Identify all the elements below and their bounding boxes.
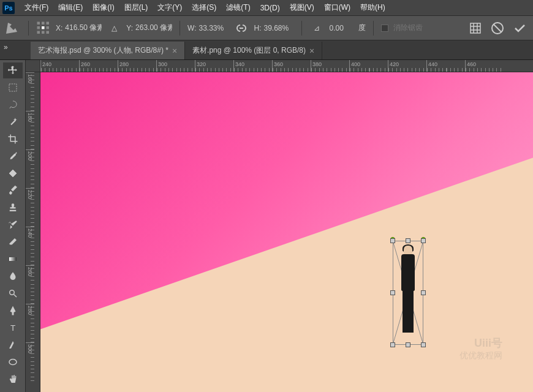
svg-rect-1 (42, 21, 45, 24)
antialias-checkbox[interactable] (381, 24, 388, 32)
menu-filter[interactable]: 滤镜(T) (221, 0, 255, 15)
w-field: W: (187, 24, 229, 32)
menu-select[interactable]: 选择(S) (187, 0, 221, 15)
close-icon[interactable]: × (309, 46, 314, 56)
angle-icon: ⊿ (309, 21, 324, 36)
menu-help[interactable]: 帮助(H) (355, 0, 390, 15)
shape-tool[interactable] (3, 354, 23, 370)
transform-selection[interactable] (393, 241, 423, 345)
ruler-tick: 280 (118, 60, 156, 72)
close-icon[interactable]: × (172, 46, 177, 56)
svg-text:T: T (10, 323, 15, 333)
h-input[interactable] (263, 24, 294, 32)
marquee-tool[interactable] (3, 80, 23, 96)
transform-handle-tr[interactable] (421, 238, 426, 243)
ruler-tick: 380 (311, 60, 349, 72)
watermark-main: Uiii号 (459, 336, 502, 350)
tab-document-2[interactable]: 素材.png @ 100% (图层 0, RGB/8) × (185, 42, 322, 59)
h-label: H: (254, 24, 261, 32)
transform-handle-bm[interactable] (406, 342, 410, 347)
ruler-tick: 360 (272, 60, 311, 72)
eraser-tool[interactable] (3, 234, 23, 250)
ruler-tick: 300 (26, 342, 34, 381)
blur-tool[interactable] (3, 268, 23, 284)
history-brush-tool[interactable] (3, 217, 23, 233)
svg-rect-6 (37, 31, 40, 34)
w-input[interactable] (198, 24, 229, 32)
type-tool[interactable]: T (3, 320, 23, 336)
expand-panels-icon[interactable]: » (4, 43, 8, 51)
y-field: Y: (126, 24, 172, 32)
artboard: Uiii号 优优教程网 (40, 72, 533, 392)
antialias-label: 消除锯齿 (393, 23, 423, 33)
canvas[interactable]: Uiii号 优优教程网 (40, 72, 533, 392)
transform-handle-ml[interactable] (390, 290, 395, 295)
transform-handle-mr[interactable] (421, 290, 426, 295)
dodge-tool[interactable] (3, 285, 23, 301)
warp-mode-button[interactable] (468, 21, 483, 36)
y-input[interactable] (135, 24, 172, 32)
commit-transform-button[interactable] (512, 21, 527, 36)
stamp-tool[interactable] (3, 200, 23, 216)
brush-tool[interactable] (3, 183, 23, 198)
x-input[interactable] (65, 24, 102, 32)
link-icon[interactable] (234, 21, 249, 36)
pen-tool[interactable] (3, 303, 23, 318)
svg-rect-10 (9, 84, 17, 91)
cancel-transform-button[interactable] (490, 21, 505, 36)
w-label: W: (187, 24, 196, 32)
svg-rect-3 (37, 26, 40, 29)
reference-point-icon[interactable] (36, 21, 51, 36)
menu-edit[interactable]: 编辑(E) (53, 0, 88, 15)
app-logo: Ps (2, 2, 15, 14)
tab-label: 素材.png @ 100% (图层 0, RGB/8) (192, 45, 306, 56)
path-tool[interactable] (3, 337, 23, 353)
horizontal-ruler[interactable]: 240 260 280 300 320 340 360 380 400 420 … (40, 60, 533, 72)
lasso-tool[interactable] (3, 97, 23, 113)
wand-tool[interactable] (3, 114, 23, 130)
ruler-tick: 420 (388, 60, 426, 72)
ruler-tick: 240 (40, 60, 79, 72)
hand-tool[interactable] (3, 371, 23, 387)
menu-type[interactable]: 文字(Y) (153, 0, 187, 15)
ruler-tick: 220 (26, 188, 34, 227)
tools-panel: T (0, 60, 26, 392)
document-tabs: » 艺术海报.psd @ 300% (人物, RGB/8#) * × 素材.pn… (0, 40, 533, 60)
eyedropper-tool[interactable] (3, 148, 23, 164)
ruler-origin[interactable] (26, 60, 40, 72)
menu-3d[interactable]: 3D(D) (255, 1, 285, 15)
gradient-tool[interactable] (3, 251, 23, 267)
transform-handle-bl[interactable] (390, 342, 395, 347)
ruler-tick: 300 (156, 60, 195, 72)
angle-input[interactable] (329, 24, 353, 32)
transform-handle-tl[interactable] (390, 238, 395, 243)
move-tool[interactable] (3, 62, 23, 78)
healing-tool[interactable] (3, 165, 23, 181)
transform-mode-icon[interactable] (6, 21, 21, 36)
svg-point-12 (9, 290, 14, 295)
menu-file[interactable]: 文件(F) (20, 0, 53, 15)
watermark: Uiii号 优优教程网 (459, 336, 502, 361)
svg-rect-7 (42, 31, 45, 34)
ruler-tick: 260 (79, 60, 118, 72)
tab-document-1[interactable]: 艺术海报.psd @ 300% (人物, RGB/8#) * × (31, 42, 185, 59)
watermark-sub: 优优教程网 (459, 350, 502, 361)
delta-icon[interactable]: △ (107, 21, 121, 36)
menu-layer[interactable]: 图层(L) (119, 0, 153, 15)
crop-tool[interactable] (3, 131, 23, 147)
ruler-tick: 260 (26, 265, 34, 304)
ruler-tick: 160 (26, 72, 34, 111)
svg-rect-4 (42, 26, 45, 29)
menu-view[interactable]: 视图(V) (285, 0, 319, 15)
menu-window[interactable]: 窗口(W) (319, 0, 355, 15)
svg-rect-0 (37, 21, 40, 24)
ruler-tick: 460 (465, 60, 504, 72)
ruler-tick: 400 (349, 60, 388, 72)
svg-rect-5 (47, 26, 50, 29)
vertical-ruler[interactable]: 160 180 200 220 240 260 280 300 (26, 72, 40, 392)
transform-handle-br[interactable] (421, 342, 426, 347)
x-label: X: (56, 24, 62, 32)
menu-image[interactable]: 图像(I) (88, 0, 119, 15)
transform-handle-tm[interactable] (406, 238, 410, 243)
svg-rect-8 (47, 31, 50, 34)
